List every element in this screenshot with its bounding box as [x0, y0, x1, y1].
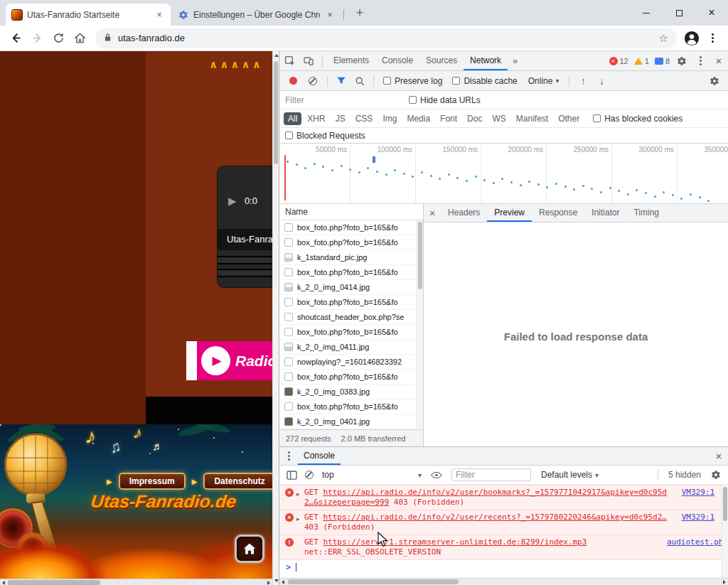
bookmark-star-icon[interactable]: ☆	[659, 32, 668, 45]
browser-tab-utas-fanradio[interactable]: Utas-Fanradio Startseite ×	[6, 4, 171, 26]
devtools-settings-gear-icon[interactable]	[673, 51, 691, 70]
console-horizontal-scrollbar[interactable]	[279, 578, 728, 585]
type-filter-ws[interactable]: WS	[488, 112, 510, 125]
scrollbar-thumb[interactable]	[723, 487, 727, 521]
request-row[interactable]: k_2_0_img_0383.jpg	[279, 385, 423, 399]
minimize-button[interactable]	[630, 0, 663, 26]
import-har-icon[interactable]: ↑	[574, 71, 592, 90]
devtools-menu-icon[interactable]	[691, 51, 710, 70]
export-har-icon[interactable]: ↓	[592, 71, 611, 90]
scroll-left-icon[interactable]	[0, 579, 7, 585]
has-blocked-cookies-checkbox[interactable]: Has blocked cookies	[593, 114, 682, 124]
request-row[interactable]: box_foto.php?foto_b=165&fo	[279, 220, 423, 235]
console-source-link[interactable]: audiotest.php?titel=1:1	[667, 537, 728, 547]
console-sidebar-icon[interactable]	[282, 466, 301, 484]
request-row[interactable]: k_2_0_img_0414.jpg	[279, 280, 423, 295]
hide-data-urls-checkbox[interactable]: Hide data URLs	[409, 95, 481, 105]
preserve-log-checkbox[interactable]: Preserve log	[383, 76, 442, 86]
network-settings-gear-icon[interactable]	[705, 71, 724, 90]
network-filter-input[interactable]	[285, 95, 399, 105]
scroll-left-icon[interactable]	[279, 579, 287, 585]
request-row[interactable]: k_2_0_img_0401.jpg	[279, 414, 423, 429]
blocked-requests-checkbox[interactable]: Blocked Requests	[285, 131, 365, 141]
datenschutz-button[interactable]: Datenschutz	[203, 473, 272, 490]
network-overview-timeline[interactable]: 50000 ms100000 ms150000 ms200000 ms25000…	[279, 144, 728, 204]
type-filter-font[interactable]: Font	[436, 112, 461, 125]
search-icon[interactable]	[350, 71, 369, 90]
clear-network-log-icon[interactable]	[309, 77, 317, 85]
throttling-dropdown[interactable]: Online▾	[528, 76, 560, 86]
eye-icon[interactable]	[427, 466, 446, 484]
warning-badge[interactable]: 1	[634, 57, 649, 65]
request-row[interactable]: k_1standard_pic.jpg	[279, 250, 423, 265]
url-input[interactable]	[118, 33, 659, 43]
new-tab-button[interactable]: +	[351, 5, 368, 22]
type-filter-doc[interactable]: Doc	[463, 112, 486, 125]
request-row[interactable]: box_foto.php?foto_b=165&fo	[279, 295, 423, 310]
error-badge[interactable]: ×12	[609, 57, 628, 65]
address-bar[interactable]: ☆	[95, 28, 677, 48]
console-url-link[interactable]: https://server1.streamserver-unlimited.d…	[323, 537, 587, 547]
detail-tab-initiator[interactable]: Initiator	[584, 204, 626, 222]
type-filter-img[interactable]: Img	[378, 112, 401, 125]
console-prompt[interactable]: >	[279, 560, 728, 574]
devtools-close-icon[interactable]: ×	[710, 51, 728, 70]
browser-menu-icon[interactable]	[702, 28, 722, 48]
scrollbar-thumb[interactable]	[418, 222, 422, 289]
devtools-tab-sources[interactable]: Sources	[419, 51, 464, 70]
request-row[interactable]: shoutcast_header_box.php?se	[279, 310, 423, 325]
more-tabs-button[interactable]: »	[508, 55, 523, 66]
scroll-right-icon[interactable]	[721, 579, 728, 585]
type-filter-manifest[interactable]: Manifest	[512, 112, 552, 125]
name-column-header[interactable]: Name	[279, 204, 423, 220]
disable-cache-checkbox[interactable]: Disable cache	[452, 76, 517, 86]
console-vertical-scrollbar[interactable]	[722, 485, 728, 578]
type-filter-css[interactable]: CSS	[351, 112, 378, 125]
record-button[interactable]	[289, 77, 297, 85]
devtools-tab-elements[interactable]: Elements	[327, 51, 375, 70]
scrollbar-thumb[interactable]	[288, 579, 459, 584]
request-row[interactable]: box_foto.php?foto_b=165&fo	[279, 370, 423, 385]
request-row[interactable]: box_foto.php?foto_b=165&fo	[279, 265, 423, 280]
player-widget[interactable]: ▶ 0:0 Utas-Fanradio	[217, 166, 272, 288]
console-source-link[interactable]: VM329:1	[682, 512, 724, 522]
message-badge[interactable]: 8	[655, 57, 670, 65]
scrollbar-thumb[interactable]	[274, 61, 278, 164]
filter-funnel-icon[interactable]	[332, 71, 350, 90]
window-close-button[interactable]: ×	[695, 0, 728, 26]
detail-tab-timing[interactable]: Timing	[626, 204, 666, 222]
request-row[interactable]: box_foto.php?foto_b=165&fo	[279, 235, 423, 250]
devtools-tab-console[interactable]: Console	[375, 51, 419, 70]
play-icon[interactable]: ▶	[228, 195, 237, 208]
detail-tab-response[interactable]: Response	[532, 204, 584, 222]
console-drawer-tab[interactable]: Console	[298, 447, 341, 465]
page-horizontal-scrollbar[interactable]	[0, 579, 272, 585]
request-row[interactable]: k_2_0_img_0411.jpg	[279, 340, 423, 355]
type-filter-xhr[interactable]: XHR	[303, 112, 329, 125]
log-levels-dropdown[interactable]: Default levels▾	[541, 470, 599, 480]
tab-close-icon[interactable]: ×	[154, 9, 165, 21]
console-source-link[interactable]: VM329:1	[682, 488, 724, 498]
type-filter-media[interactable]: Media	[402, 112, 434, 125]
request-row[interactable]: box_foto.php?foto_b=165&fo	[279, 325, 423, 340]
console-filter-input[interactable]	[451, 468, 531, 481]
home-button[interactable]	[70, 28, 90, 48]
scrollbar-thumb[interactable]	[8, 580, 100, 585]
clear-console-icon[interactable]	[305, 471, 314, 479]
page-vertical-scrollbar[interactable]	[272, 51, 279, 585]
request-row[interactable]: box_foto.php?foto_b=165&fo	[279, 399, 423, 414]
impressum-button[interactable]: Impressum	[119, 473, 186, 490]
device-toolbar-icon[interactable]	[299, 51, 318, 70]
console-url-link[interactable]: https://api.radio.de/info/v2/user/recent…	[323, 512, 667, 522]
close-drawer-icon[interactable]: ×	[710, 447, 728, 465]
profile-avatar[interactable]	[682, 29, 701, 48]
type-filter-js[interactable]: JS	[331, 112, 350, 125]
scroll-right-icon[interactable]	[265, 579, 272, 585]
drawer-menu-icon[interactable]	[279, 447, 298, 465]
inspect-element-icon[interactable]	[281, 51, 299, 70]
expand-triangle-icon[interactable]: ▸	[294, 514, 304, 524]
browser-tab-settings[interactable]: Einstellungen – Über Google Chrome ×	[172, 4, 341, 26]
close-detail-icon[interactable]: ×	[424, 208, 441, 219]
console-settings-gear-icon[interactable]	[707, 466, 725, 484]
maximize-button[interactable]	[663, 0, 695, 26]
